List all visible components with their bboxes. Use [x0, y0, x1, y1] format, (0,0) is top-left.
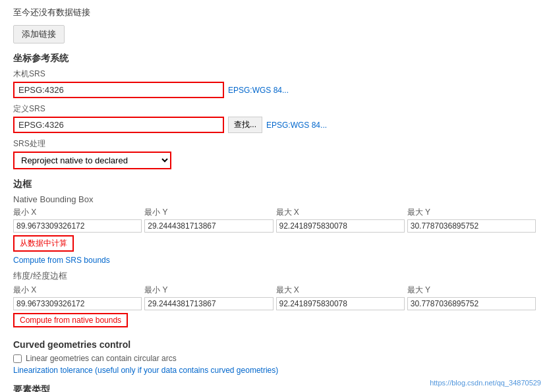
- native-max-x-input[interactable]: [276, 219, 405, 233]
- native-min-y-input[interactable]: [144, 219, 273, 233]
- native-min-x-label: 最小 X: [13, 207, 142, 218]
- srs-handling-row: Reproject native to declared Keep native…: [13, 152, 536, 169]
- circular-arcs-label: Linear geometries can contain circular a…: [26, 354, 177, 363]
- latlon-bbox-title: 纬度/经度边框: [13, 270, 536, 282]
- native-srs-input[interactable]: [13, 82, 224, 98]
- latlon-max-y-input[interactable]: [407, 297, 536, 310]
- latlon-min-x-input[interactable]: [13, 297, 142, 310]
- native-min-y-label: 最小 Y: [144, 207, 273, 218]
- latlon-bbox-inputs: [13, 297, 536, 310]
- find-button[interactable]: 查找...: [228, 117, 262, 133]
- native-srs-label: 木机SRS: [13, 69, 536, 80]
- native-bbox-inputs: [13, 219, 536, 233]
- latlon-max-y-label: 最大 Y: [407, 285, 536, 296]
- latlon-min-x-label: 最小 X: [13, 285, 142, 296]
- compute-native-button[interactable]: 从数据中计算: [13, 235, 74, 252]
- latlon-max-x-label: 最大 X: [276, 285, 405, 296]
- latlon-min-y-input[interactable]: [144, 297, 273, 310]
- circular-arcs-checkbox[interactable]: [13, 354, 22, 363]
- watermark: https://blog.csdn.net/qq_34870529: [430, 379, 541, 387]
- native-bbox-labels: 最小 X 最小 Y 最大 X 最大 Y: [13, 207, 536, 219]
- native-srs-link[interactable]: EPSG:WGS 84...: [228, 86, 289, 95]
- bbox-section-title: 边框: [13, 179, 536, 190]
- native-max-y-label: 最大 Y: [407, 207, 536, 218]
- declared-srs-link[interactable]: EPSG:WGS 84...: [266, 121, 327, 130]
- compute-srs-link[interactable]: Compute from SRS bounds: [13, 256, 536, 265]
- compute-native-bounds-button[interactable]: Compute from native bounds: [13, 313, 128, 327]
- latlon-max-x-input[interactable]: [276, 297, 405, 310]
- native-min-x-input[interactable]: [13, 219, 142, 233]
- native-bbox-title: Native Bounding Box: [13, 194, 536, 204]
- native-max-y-input[interactable]: [407, 219, 536, 233]
- circular-arcs-row: Linear geometries can contain circular a…: [13, 354, 536, 363]
- declared-srs-row: 查找... EPSG:WGS 84...: [13, 117, 536, 133]
- crs-section: 坐标参考系统 木机SRS EPSG:WGS 84... 定义SRS 查找... …: [13, 53, 536, 169]
- crs-section-title: 坐标参考系统: [13, 53, 536, 65]
- latlon-bbox-labels: 最小 X 最小 Y 最大 X 最大 Y: [13, 285, 536, 297]
- native-max-x-label: 最大 X: [276, 207, 405, 218]
- bounding-box-section: 边框 Native Bounding Box 最小 X 最小 Y 最大 X 最大…: [13, 179, 536, 330]
- curved-section: Curved geometries control Linear geometr…: [13, 339, 536, 375]
- curved-section-title: Curved geometries control: [13, 339, 536, 350]
- no-data-message: 至今还没有数据链接: [13, 7, 536, 18]
- latlon-min-y-label: 最小 Y: [144, 285, 273, 296]
- declared-srs-label: 定义SRS: [13, 103, 536, 115]
- srs-handling-label: SRS处理: [13, 138, 536, 150]
- add-link-button[interactable]: 添加链接: [13, 25, 65, 43]
- srs-handling-select[interactable]: Reproject native to declared Keep native…: [13, 152, 171, 169]
- native-srs-row: EPSG:WGS 84...: [13, 82, 536, 98]
- linearization-text: Linearization tolerance (useful only if …: [13, 366, 536, 375]
- declared-srs-input[interactable]: [13, 117, 224, 133]
